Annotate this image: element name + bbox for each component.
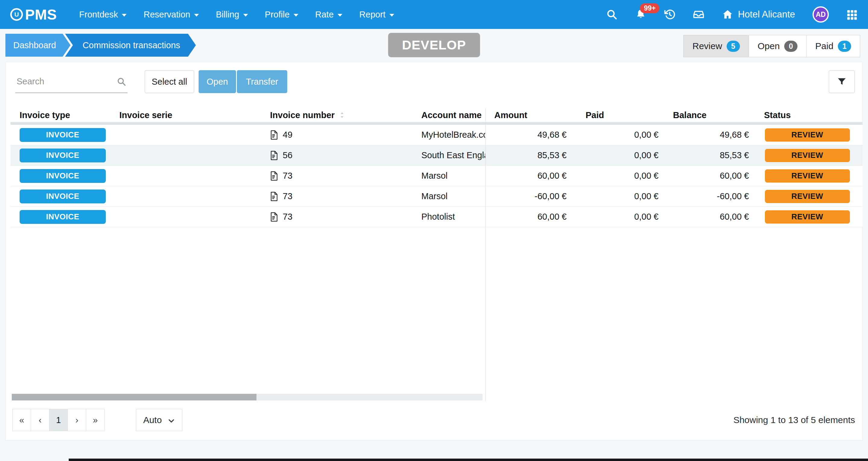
table-row[interactable]: INVOICE 73 Marsol 60,00 € 0,00 € 60,00 €…	[10, 166, 863, 186]
invoice-number-value: 56	[283, 150, 292, 160]
search-box	[16, 70, 127, 93]
search-icon[interactable]	[606, 9, 618, 20]
search-input-icon	[117, 77, 126, 87]
page-size-select[interactable]: Auto	[136, 409, 182, 431]
balance-cell: 49,68 €	[661, 130, 752, 140]
select-all-button[interactable]: Select all	[145, 70, 194, 93]
invoice-type-cell: INVOICE	[10, 169, 118, 183]
menu-label: Reservation	[144, 10, 190, 20]
menu-reservation[interactable]: Reservation	[144, 10, 199, 20]
user-avatar[interactable]: AD	[812, 6, 829, 23]
status-badge[interactable]: REVIEW	[765, 169, 850, 183]
account-name-cell: Marsol	[419, 171, 485, 181]
top-navbar: U PMS FrontdeskReservationBillingProfile…	[0, 0, 868, 29]
toolbar: Select all Open Transfer	[6, 62, 862, 93]
amount-cell: 60,00 €	[485, 212, 569, 222]
search-input[interactable]	[16, 70, 127, 93]
inbox-icon[interactable]	[693, 9, 704, 20]
prev-page-button[interactable]: ‹	[31, 409, 50, 431]
status-badge[interactable]: REVIEW	[765, 210, 850, 223]
amount-cell: 49,68 €	[485, 130, 569, 140]
tab-count-badge: 5	[727, 41, 740, 52]
table-row[interactable]: INVOICE 73 Marsol -60,00 € 0,00 € -60,00…	[10, 186, 863, 207]
balance-cell: -60,00 €	[661, 191, 752, 201]
tab-open[interactable]: Open0	[749, 35, 806, 57]
horizontal-scrollbar[interactable]	[12, 394, 483, 400]
menu-billing[interactable]: Billing	[216, 10, 248, 20]
first-page-button[interactable]: «	[12, 409, 31, 431]
logo-text: PMS	[25, 6, 57, 23]
col-header-invoice-type: Invoice type	[10, 110, 118, 120]
tab-paid[interactable]: Paid1	[806, 35, 860, 57]
page-number-button[interactable]: 1	[49, 409, 68, 431]
chevron-down-icon	[167, 417, 175, 425]
scrollbar-thumb[interactable]	[12, 394, 256, 400]
navbar-right: 99+ Hotel Alicante AD	[606, 6, 858, 23]
invoice-number-cell: 73	[268, 171, 419, 181]
status-cell: REVIEW	[752, 190, 863, 203]
menu-label: Frontdesk	[79, 10, 118, 20]
status-badge[interactable]: REVIEW	[765, 128, 850, 142]
tab-review[interactable]: Review5	[684, 35, 748, 57]
account-name-cell: South East Engla	[419, 150, 485, 160]
invoice-number-value: 73	[283, 191, 292, 201]
document-icon	[270, 171, 278, 181]
avatar-initials: AD	[815, 10, 826, 19]
breadcrumb-row: Dashboard Commission transactions DEVELO…	[0, 29, 868, 62]
amount-cell: 60,00 €	[485, 171, 569, 181]
app-window: U PMS FrontdeskReservationBillingProfile…	[0, 0, 868, 461]
breadcrumb-dashboard[interactable]: Dashboard	[5, 34, 70, 57]
invoice-number-value: 73	[283, 171, 292, 181]
menu-report[interactable]: Report	[359, 10, 394, 20]
menu-rate[interactable]: Rate	[315, 10, 342, 20]
invoice-type-cell: INVOICE	[10, 210, 118, 224]
menu-label: Billing	[216, 10, 239, 20]
table-row[interactable]: INVOICE 73 Photolist 60,00 € 0,00 € 60,0…	[10, 207, 863, 227]
col-header-balance: Balance	[661, 110, 752, 120]
breadcrumb-commission-transactions[interactable]: Commission transactions	[65, 34, 196, 57]
menu-profile[interactable]: Profile	[265, 10, 299, 20]
apps-grid-icon[interactable]	[846, 9, 858, 20]
history-icon[interactable]	[664, 9, 675, 20]
last-page-button[interactable]: »	[86, 409, 104, 431]
hotel-selector[interactable]: Hotel Alicante	[722, 9, 795, 20]
table-row[interactable]: INVOICE 49 MyHotelBreak.co 49,68 € 0,00 …	[10, 125, 863, 145]
status-badge[interactable]: REVIEW	[765, 190, 850, 203]
menu-label: Profile	[265, 10, 290, 20]
balance-cell: 60,00 €	[661, 171, 752, 181]
col-header-account-name[interactable]: Account name	[419, 110, 485, 120]
col-header-status: Status	[752, 110, 863, 120]
pagination-bar: « ‹ 1 › » Auto Showing 1 to 13 of 5 elem…	[12, 409, 855, 431]
table-body: INVOICE 49 MyHotelBreak.co 49,68 € 0,00 …	[10, 125, 863, 227]
notification-count-badge: 99+	[640, 3, 659, 13]
transactions-table: Invoice type Invoice serie Invoice numbe…	[10, 108, 863, 401]
invoice-number-cell: 73	[268, 191, 419, 201]
open-button[interactable]: Open	[198, 70, 236, 93]
status-badge[interactable]: REVIEW	[765, 149, 850, 162]
breadcrumb-label: Dashboard	[13, 40, 56, 50]
amount-cell: -60,00 €	[485, 191, 569, 201]
next-page-button[interactable]: ›	[67, 409, 86, 431]
document-icon	[270, 192, 278, 201]
tab-count-badge: 1	[838, 41, 851, 52]
filter-button[interactable]	[829, 70, 855, 93]
app-logo[interactable]: U PMS	[10, 6, 57, 23]
chevron-down-icon	[293, 14, 299, 17]
chevron-down-icon	[390, 14, 394, 17]
notifications-button[interactable]: 99+	[635, 9, 647, 20]
transfer-button[interactable]: Transfer	[237, 70, 287, 93]
invoice-type-badge: INVOICE	[20, 128, 106, 142]
paid-cell: 0,00 €	[569, 191, 661, 201]
bottom-bar	[69, 459, 868, 461]
col-header-invoice-number[interactable]: Invoice number	[268, 110, 419, 120]
main-menu: FrontdeskReservationBillingProfileRateRe…	[79, 10, 395, 20]
paid-cell: 0,00 €	[569, 150, 661, 160]
paid-cell: 0,00 €	[569, 130, 661, 140]
logo-mark-icon: U	[10, 8, 23, 21]
chevron-down-icon	[122, 14, 127, 17]
menu-frontdesk[interactable]: Frontdesk	[79, 10, 127, 20]
tab-label: Open	[758, 41, 780, 51]
sort-icon[interactable]	[339, 111, 345, 119]
table-row[interactable]: INVOICE 56 South East Engla 85,53 € 0,00…	[10, 145, 863, 166]
tab-label: Review	[692, 41, 722, 51]
